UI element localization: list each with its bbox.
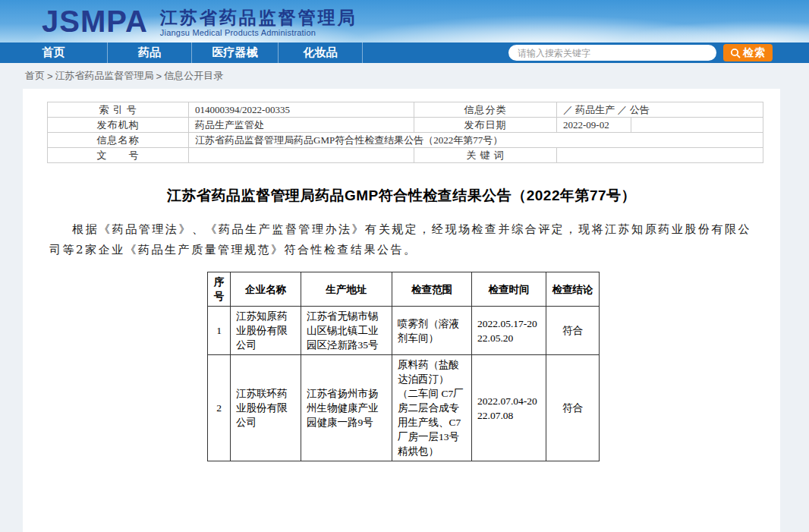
cell-conclusion: 符合 — [546, 307, 600, 355]
site-title-block: 江苏省药品监督管理局 Jiangsu Medical Products Admi… — [160, 6, 357, 37]
nav-item-drugs[interactable]: 药品 — [108, 42, 192, 63]
meta-value-name: 江苏省药品监督管理局药品GMP符合性检查结果公告（2022年第77号） — [189, 133, 763, 148]
inspection-result-table: 序号 企业名称 生产地址 检查范围 检查时间 检查结论 1 江苏知原药业股份有限… — [207, 272, 600, 461]
meta-cell-empty — [631, 118, 763, 133]
meta-value-agency: 药品生产监管处 — [189, 118, 414, 133]
cell-company: 江苏联环药业股份有限公司 — [231, 355, 301, 461]
col-header-conclusion: 检查结论 — [546, 272, 600, 307]
meta-label-category: 信息分类 — [414, 102, 557, 118]
meta-label-agency: 发布机构 — [48, 118, 189, 133]
search-button-label: 检索 — [743, 46, 766, 60]
cell-scope: 原料药（盐酸达泊西汀）（二车间 C7厂房二层合成专用生产线、C7厂房一层13号精… — [392, 355, 472, 461]
meta-value-date: 2022-09-02 — [557, 118, 631, 133]
cell-address: 江苏省无锡市锡山区锡北镇工业园区泾新路35号 — [301, 307, 392, 355]
document-meta-table: 索 引 号 014000394/2022-00335 信息分类 ／ 药品生产 ／… — [47, 102, 763, 163]
meta-row-name: 信息名称 江苏省药品监督管理局药品GMP符合性检查结果公告（2022年第77号） — [48, 133, 763, 148]
nav-item-home[interactable]: 首页 — [0, 42, 108, 63]
site-title-en: Jiangsu Medical Products Administration — [160, 28, 357, 37]
col-header-scope: 检查范围 — [392, 272, 472, 307]
nav-item-cosmetics[interactable]: 化妆品 — [279, 42, 363, 63]
nav-item-medical-devices[interactable]: 医疗器械 — [192, 42, 279, 63]
logo-acronym: JSMPA — [42, 5, 148, 38]
cell-company: 江苏知原药业股份有限公司 — [231, 307, 301, 355]
meta-row-index-category: 索 引 号 014000394/2022-00335 信息分类 ／ 药品生产 ／… — [48, 102, 763, 118]
article-paragraph: 根据《药品管理法》、《药品生产监督管理办法》有关规定，经现场检查并综合评定，现将… — [49, 219, 751, 260]
meta-value-index: 014000394/2022-00335 — [189, 102, 414, 118]
meta-value-docno — [189, 148, 414, 163]
table-row: 1 江苏知原药业股份有限公司 江苏省无锡市锡山区锡北镇工业园区泾新路35号 喷雾… — [208, 307, 600, 355]
breadcrumb-separator: > — [156, 71, 162, 82]
meta-value-category: ／ 药品生产 ／ 公告 — [557, 102, 763, 118]
meta-label-name: 信息名称 — [48, 133, 189, 148]
cell-seq: 1 — [208, 307, 231, 355]
meta-row-agency-date: 发布机构 药品生产监管处 发布日期 2022-09-02 — [48, 118, 763, 133]
cell-time: 2022.05.17-2022.05.20 — [472, 307, 546, 355]
breadcrumb-home[interactable]: 首页 — [25, 69, 45, 83]
meta-label-date: 发布日期 — [414, 118, 557, 133]
content-panel: 索 引 号 014000394/2022-00335 信息分类 ／ 药品生产 ／… — [23, 89, 780, 532]
site-header: JSMPA 江苏省药品监督管理局 Jiangsu Medical Product… — [0, 0, 809, 42]
cell-seq: 2 — [208, 355, 231, 461]
breadcrumb-separator: > — [47, 71, 53, 82]
meta-label-docno: 文 号 — [48, 148, 189, 163]
col-header-company: 企业名称 — [231, 272, 301, 307]
site-title-zh: 江苏省药品监督管理局 — [160, 8, 357, 27]
meta-value-keyword — [557, 148, 763, 163]
col-header-time: 检查时间 — [472, 272, 546, 307]
search-input[interactable] — [508, 45, 716, 61]
col-header-address: 生产地址 — [301, 272, 392, 307]
meta-label-index: 索 引 号 — [48, 102, 189, 118]
table-row: 2 江苏联环药业股份有限公司 江苏省扬州市扬州生物健康产业园健康一路9号 原料药… — [208, 355, 600, 461]
breadcrumb-agency[interactable]: 江苏省药品监督管理局 — [55, 69, 154, 83]
cell-address: 江苏省扬州市扬州生物健康产业园健康一路9号 — [301, 355, 392, 461]
meta-label-keyword: 关 键 词 — [414, 148, 557, 163]
cell-scope: 喷雾剂（溶液剂车间） — [392, 307, 472, 355]
result-header-row: 序号 企业名称 生产地址 检查范围 检查时间 检查结论 — [208, 272, 600, 307]
main-nav: 首页 药品 医疗器械 化妆品 检索 — [0, 42, 809, 63]
search-icon — [730, 48, 741, 58]
cell-time: 2022.07.04-2022.07.08 — [472, 355, 546, 461]
search-area: 检索 — [508, 44, 773, 61]
meta-row-docno-keyword: 文 号 关 键 词 — [48, 148, 763, 163]
col-header-seq: 序号 — [208, 272, 231, 307]
search-button[interactable]: 检索 — [723, 44, 773, 61]
breadcrumb-directory[interactable]: 信息公开目录 — [164, 69, 223, 83]
page-title: 江苏省药品监督管理局药品GMP符合性检查结果公告（2022年第77号） — [38, 186, 765, 206]
breadcrumb: 首页 > 江苏省药品监督管理局 > 信息公开目录 — [0, 63, 809, 89]
site-logo[interactable]: JSMPA 江苏省药品监督管理局 Jiangsu Medical Product… — [42, 5, 357, 38]
cell-conclusion: 符合 — [546, 355, 600, 461]
